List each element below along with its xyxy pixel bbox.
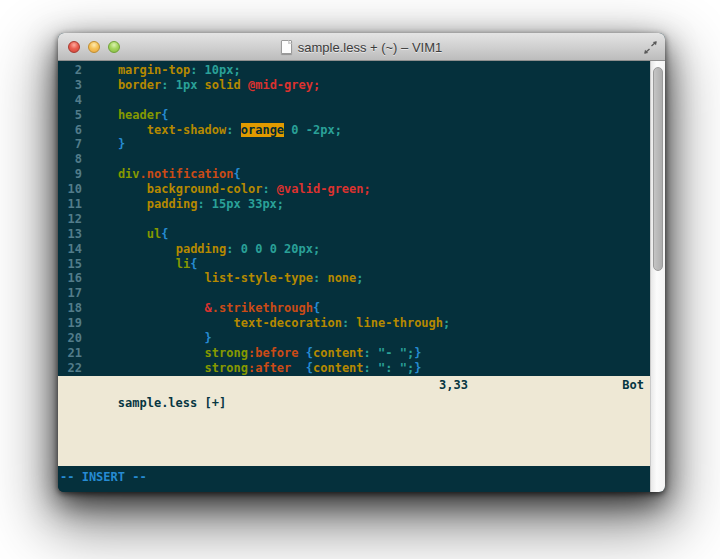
search-highlight: orange (241, 123, 284, 137)
traffic-lights (58, 41, 120, 53)
code-line[interactable]: 16 list-style-type: none; (58, 271, 650, 286)
code-token: padding (89, 197, 197, 211)
line-number: 7 (58, 137, 82, 152)
code-line[interactable]: 17 (58, 286, 650, 301)
code-line[interactable]: 13 ul{ (58, 227, 650, 242)
code-token: { (306, 361, 313, 375)
code-token: { (161, 108, 168, 122)
minimize-button[interactable] (88, 41, 100, 53)
code-token: text-shadow (89, 123, 226, 137)
code-token: & (89, 301, 212, 315)
code-token: { (190, 257, 197, 271)
code-token: background-color (89, 182, 262, 196)
code-token: :after (248, 361, 291, 375)
code-text: li{ (89, 257, 197, 272)
line-number: 2 (58, 63, 82, 78)
code-line[interactable]: 21 strong:before {content: "- ";} (58, 346, 650, 361)
scrollbar-track[interactable] (650, 61, 665, 492)
code-line[interactable]: 2 margin-top: 10px; (58, 63, 650, 78)
line-number: 17 (58, 286, 82, 301)
code-line[interactable]: 14 padding: 0 0 0 20px; (58, 242, 650, 257)
code-token: @mid-grey; (248, 78, 320, 92)
code-text: text-decoration: line-through; (89, 316, 450, 331)
code-token (241, 78, 248, 92)
code-text: padding: 15px 33px; (89, 197, 284, 212)
code-token: : (342, 316, 356, 330)
code-line[interactable]: 18 &.strikethrough{ (58, 301, 650, 316)
code-token: : 15px 33px; (197, 197, 284, 211)
zoom-button[interactable] (108, 41, 120, 53)
code-token: : ": "; (364, 361, 415, 375)
code-token: margin-top (89, 63, 190, 77)
code-token: content (313, 346, 364, 360)
code-line[interactable]: 15 li{ (58, 257, 650, 272)
line-number: 18 (58, 301, 82, 316)
line-number: 20 (58, 331, 82, 346)
code-line[interactable]: 7 } (58, 137, 650, 152)
code-token: list-style-type (89, 271, 313, 285)
code-line[interactable]: 22 strong:after {content: ": ";} (58, 361, 650, 376)
close-button[interactable] (68, 41, 80, 53)
mode-indicator: -- INSERT -- (58, 466, 650, 492)
code-token: ul (89, 227, 161, 241)
code-token: header (89, 108, 161, 122)
code-token: } (414, 361, 421, 375)
line-number: 21 (58, 346, 82, 361)
code-line[interactable]: 4 (58, 93, 650, 108)
code-line[interactable]: 11 padding: 15px 33px; (58, 197, 650, 212)
code-token: : (262, 182, 276, 196)
code-text: ul{ (89, 227, 168, 242)
line-number: 6 (58, 123, 82, 138)
code-line[interactable]: 6 text-shadow: orange 0 -2px; (58, 123, 650, 138)
code-line[interactable]: 8 (58, 152, 650, 167)
code-line[interactable]: 9 div.notification{ (58, 167, 650, 182)
statusline-filename: sample.less [+] (118, 396, 226, 410)
code-token: none (327, 271, 356, 285)
code-token: padding (89, 242, 226, 256)
code-token: : "- "; (364, 346, 415, 360)
vim-window: sample.less + (~) – VIM1 2 margin-top: 1… (58, 33, 665, 492)
code-line[interactable]: 10 background-color: @valid-green; (58, 182, 650, 197)
code-line[interactable]: 20 } (58, 331, 650, 346)
code-token: { (306, 346, 313, 360)
code-text: list-style-type: none; (89, 271, 364, 286)
vim-statusline: sample.less [+] 3,33 Bot (58, 376, 650, 466)
line-number: 14 (58, 242, 82, 257)
code-token: .strikethrough (212, 301, 313, 315)
code-line[interactable]: 5 header{ (58, 108, 650, 123)
code-token: : 0 0 0 20px; (226, 242, 320, 256)
code-token: .notification (140, 167, 234, 181)
code-token: line-through (356, 316, 443, 330)
statusline-scroll-indicator: Bot (622, 376, 644, 394)
line-number: 12 (58, 212, 82, 227)
code-line[interactable]: 3 border: 1px solid @mid-grey; (58, 78, 650, 93)
code-text: div.notification{ (89, 167, 241, 182)
code-text: } (89, 137, 125, 152)
code-token: : (226, 123, 240, 137)
code-text: strong:after {content: ": ";} (89, 361, 421, 376)
code-token: { (234, 167, 241, 181)
line-number: 16 (58, 271, 82, 286)
code-text: padding: 0 0 0 20px; (89, 242, 320, 257)
scrollbar-thumb[interactable] (653, 67, 663, 271)
line-number: 4 (58, 93, 82, 108)
code-token: border (89, 78, 161, 92)
code-token: } (89, 331, 212, 345)
code-token: solid (205, 78, 241, 92)
code-token: div (89, 167, 140, 181)
code-token: li (89, 257, 190, 271)
code-line[interactable]: 19 text-decoration: line-through; (58, 316, 650, 331)
fullscreen-icon[interactable] (643, 40, 658, 53)
line-number: 13 (58, 227, 82, 242)
titlebar[interactable]: sample.less + (~) – VIM1 (58, 33, 665, 61)
code-token (291, 361, 305, 375)
code-editor[interactable]: 2 margin-top: 10px;3 border: 1px solid @… (58, 61, 650, 376)
code-text: } (89, 331, 212, 346)
code-text: margin-top: 10px; (89, 63, 241, 78)
line-number: 10 (58, 182, 82, 197)
window-title: sample.less + (~) – VIM1 (298, 40, 443, 55)
code-line[interactable]: 12 (58, 212, 650, 227)
code-token: ; (356, 271, 363, 285)
line-number: 11 (58, 197, 82, 212)
code-token: : (313, 271, 327, 285)
